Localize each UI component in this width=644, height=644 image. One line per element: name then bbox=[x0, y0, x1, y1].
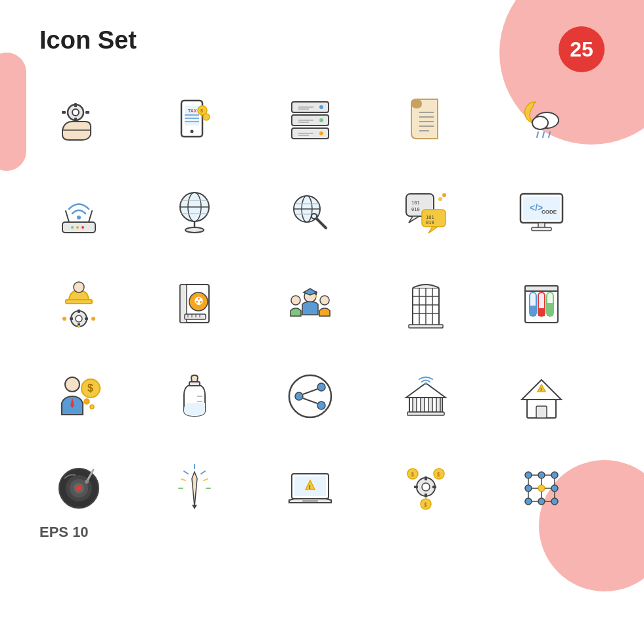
icon-tax-mobile: TAX $ bbox=[155, 81, 234, 160]
svg-text:$: $ bbox=[411, 471, 414, 478]
icon-server bbox=[271, 81, 350, 160]
svg-rect-80 bbox=[78, 310, 80, 313]
svg-point-99 bbox=[315, 295, 317, 298]
svg-point-130 bbox=[295, 392, 303, 400]
svg-rect-114 bbox=[538, 308, 545, 316]
svg-line-37 bbox=[543, 132, 544, 137]
svg-point-142 bbox=[425, 382, 427, 385]
svg-point-43 bbox=[81, 226, 84, 229]
icon-share-circle bbox=[271, 357, 350, 436]
icon-bank-wifi bbox=[386, 357, 465, 436]
svg-line-36 bbox=[537, 132, 538, 137]
icon-wifi-router bbox=[39, 173, 118, 252]
svg-rect-112 bbox=[530, 306, 536, 316]
svg-line-38 bbox=[549, 132, 550, 137]
svg-point-129 bbox=[317, 383, 325, 391]
svg-marker-140 bbox=[406, 383, 446, 398]
page-footer: EPS 10 bbox=[39, 524, 89, 541]
svg-point-123 bbox=[90, 405, 94, 409]
svg-point-16 bbox=[203, 114, 210, 120]
svg-point-68 bbox=[438, 197, 442, 201]
svg-point-35 bbox=[532, 116, 548, 129]
icon-binary-chat: 101 010 101 010 bbox=[386, 173, 465, 252]
icon-hand-settings bbox=[39, 81, 118, 160]
svg-rect-75 bbox=[532, 227, 551, 231]
svg-marker-61 bbox=[409, 216, 419, 223]
svg-line-159 bbox=[181, 479, 185, 480]
icon-code-monitor: </> CODE bbox=[502, 173, 581, 252]
icon-search-world bbox=[271, 173, 350, 252]
svg-point-182 bbox=[551, 472, 558, 478]
svg-point-86 bbox=[78, 325, 80, 328]
svg-point-20 bbox=[319, 105, 323, 109]
svg-point-22 bbox=[319, 131, 323, 135]
svg-rect-135 bbox=[413, 398, 417, 412]
svg-rect-4 bbox=[62, 111, 66, 114]
svg-point-100 bbox=[291, 296, 300, 305]
svg-point-185 bbox=[551, 485, 558, 492]
svg-point-79 bbox=[76, 315, 82, 322]
svg-rect-167 bbox=[302, 500, 318, 502]
svg-text:$: $ bbox=[200, 108, 203, 114]
icon-scroll-document bbox=[386, 81, 465, 160]
icon-businessman-dollar: $ bbox=[39, 357, 118, 436]
svg-rect-136 bbox=[421, 398, 425, 412]
svg-point-13 bbox=[191, 130, 194, 133]
svg-rect-172 bbox=[414, 486, 418, 488]
svg-rect-2 bbox=[74, 103, 77, 107]
icon-vinyl-record bbox=[39, 449, 118, 528]
svg-rect-145 bbox=[536, 406, 547, 418]
svg-text:!: ! bbox=[309, 484, 311, 490]
svg-line-133 bbox=[303, 398, 317, 403]
svg-text:!: ! bbox=[540, 386, 542, 392]
svg-text:☢: ☢ bbox=[194, 296, 203, 307]
icon-night-rain bbox=[502, 81, 581, 160]
svg-rect-117 bbox=[525, 286, 558, 291]
svg-point-1 bbox=[72, 109, 79, 116]
svg-point-169 bbox=[422, 483, 430, 491]
svg-point-77 bbox=[74, 282, 84, 292]
svg-rect-82 bbox=[70, 317, 73, 320]
svg-point-84 bbox=[62, 317, 66, 321]
icon-baby-bottle bbox=[155, 357, 234, 436]
svg-rect-137 bbox=[428, 398, 432, 412]
page-title: Icon Set bbox=[39, 26, 605, 55]
svg-point-187 bbox=[538, 498, 545, 505]
svg-rect-138 bbox=[436, 398, 440, 412]
svg-text:$: $ bbox=[437, 471, 440, 478]
svg-text:TAX: TAX bbox=[188, 108, 197, 113]
svg-point-21 bbox=[319, 118, 323, 122]
icon-grid: TAX $ bbox=[39, 81, 605, 528]
svg-rect-109 bbox=[409, 325, 443, 328]
svg-marker-155 bbox=[192, 505, 197, 509]
svg-point-39 bbox=[77, 216, 81, 219]
badge-number: 25 bbox=[559, 26, 605, 72]
svg-line-58 bbox=[317, 219, 326, 228]
icon-lab-tubes bbox=[502, 265, 581, 344]
svg-line-160 bbox=[204, 479, 208, 480]
svg-point-154 bbox=[85, 480, 89, 484]
icon-pen-launch bbox=[155, 449, 234, 528]
svg-point-41 bbox=[71, 226, 74, 229]
svg-rect-170 bbox=[425, 476, 427, 480]
svg-text:CODE: CODE bbox=[541, 209, 557, 215]
svg-line-157 bbox=[184, 471, 188, 474]
svg-point-183 bbox=[525, 485, 532, 492]
svg-text:$: $ bbox=[424, 501, 427, 508]
icon-globe-stand bbox=[155, 173, 234, 252]
svg-point-69 bbox=[442, 193, 446, 197]
svg-text:010: 010 bbox=[426, 220, 434, 225]
svg-line-132 bbox=[303, 389, 317, 394]
svg-rect-5 bbox=[85, 111, 89, 114]
icon-engineer-gear bbox=[39, 265, 118, 344]
svg-point-122 bbox=[84, 399, 89, 404]
svg-point-101 bbox=[320, 296, 329, 305]
svg-line-45 bbox=[89, 211, 92, 222]
svg-rect-83 bbox=[85, 317, 88, 320]
svg-point-42 bbox=[76, 226, 79, 229]
svg-point-186 bbox=[525, 498, 532, 505]
icon-team-graduate bbox=[271, 265, 350, 344]
svg-point-118 bbox=[65, 377, 80, 392]
svg-rect-116 bbox=[547, 303, 553, 316]
icon-laptop-alert: ! bbox=[271, 449, 350, 528]
